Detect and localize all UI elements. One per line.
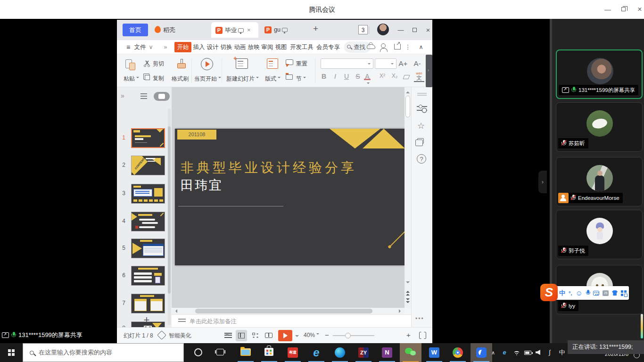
menu-devtools[interactable]: 开发工具 xyxy=(289,40,314,54)
superscript-button[interactable]: X² xyxy=(377,73,388,79)
sogou-punct-toggle[interactable]: °, xyxy=(569,290,572,296)
wps-doc-tab-2[interactable]: Pgu xyxy=(260,22,301,38)
participant-tile-sharer[interactable]: 131****1599的屏幕共享 xyxy=(556,49,643,99)
hamburger-icon[interactable]: ≡ xyxy=(124,40,132,54)
overflow-menus-icon[interactable]: » xyxy=(162,40,169,54)
menu-slideshow[interactable]: 放映 xyxy=(247,40,260,54)
cut-button[interactable]: 剪切 xyxy=(153,60,164,68)
taskbar-zy[interactable]: ZY xyxy=(353,343,374,362)
slide-thumbnail-6[interactable] xyxy=(131,266,165,286)
close-button[interactable]: × xyxy=(632,0,644,19)
tab-close-icon[interactable]: × xyxy=(247,22,251,38)
menu-transition[interactable]: 切换 xyxy=(220,40,233,54)
scroll-up-icon[interactable] xyxy=(406,90,410,93)
smart-beautify-button[interactable]: 智能美化 xyxy=(169,332,191,340)
wps-maximize-button[interactable] xyxy=(408,20,421,40)
taskbar-ie[interactable]: e xyxy=(305,343,327,362)
ribbon-scroll-strip[interactable]: › xyxy=(426,55,432,87)
bold-button[interactable]: B xyxy=(319,73,329,80)
help-icon[interactable]: ? xyxy=(417,154,426,164)
vscroll-thumb[interactable] xyxy=(405,96,410,117)
sogou-skin-number-icon[interactable]: 25 xyxy=(603,290,608,296)
notes-bar[interactable]: 单击此处添加备注 xyxy=(172,314,411,327)
sorter-view-button[interactable] xyxy=(250,330,261,341)
sidebar-collapse-handle[interactable]: › xyxy=(538,171,547,193)
menu-insert[interactable]: 插入 xyxy=(192,40,206,54)
strike-button[interactable]: S xyxy=(353,73,363,80)
slideshow-play-button[interactable] xyxy=(278,330,292,341)
wps-docer-tab[interactable]: 稻壳 xyxy=(151,24,206,36)
taskbar-store[interactable] xyxy=(258,343,280,362)
shrink-font-button[interactable]: A- xyxy=(412,59,422,67)
format-painter-button[interactable]: 格式刷 xyxy=(172,75,189,83)
scroll-right-icon[interactable] xyxy=(399,309,403,313)
sogou-voice-icon[interactable] xyxy=(586,290,590,296)
font-name-combo[interactable] xyxy=(321,58,373,69)
collapse-ribbon-icon[interactable]: ∧ xyxy=(418,40,424,54)
switch-windows-icon[interactable] xyxy=(417,138,424,144)
window-count-badge[interactable]: 3 xyxy=(358,25,368,34)
sogou-skin-icon[interactable] xyxy=(612,290,618,296)
taskbar-chrome[interactable] xyxy=(447,343,469,362)
restore-button[interactable] xyxy=(616,0,632,19)
wps-doc-tab-current[interactable]: P毕业× xyxy=(211,22,258,38)
expand-panel-icon[interactable]: » xyxy=(121,92,124,99)
fit-screen-icon[interactable] xyxy=(419,332,426,339)
play-options-caret[interactable] xyxy=(295,335,299,339)
tray-expand-icon[interactable]: ∧ xyxy=(488,343,498,362)
zoom-in-button[interactable]: + xyxy=(406,331,411,339)
task-view-button[interactable] xyxy=(210,343,232,362)
scroll-left-icon[interactable] xyxy=(173,309,177,313)
vertical-scrollbar[interactable] xyxy=(405,87,411,308)
italic-button[interactable]: I xyxy=(330,73,340,80)
wifi-icon[interactable] xyxy=(513,350,520,355)
rail-handle[interactable] xyxy=(417,93,427,94)
pinyin-guide-button[interactable]: wén文 xyxy=(414,72,424,82)
wps-home-tab[interactable]: 首页 xyxy=(123,24,148,36)
paste-button[interactable]: 粘贴 xyxy=(124,75,139,83)
menu-membership[interactable]: 会员专享 xyxy=(316,40,340,54)
scroll-down-icon[interactable] xyxy=(406,281,410,285)
play-current-button[interactable]: 当页开始 xyxy=(194,75,221,83)
slide-thumbnail-4[interactable] xyxy=(131,212,165,231)
horizontal-scrollbar[interactable] xyxy=(172,308,405,314)
add-slide-button[interactable]: + xyxy=(140,314,154,326)
volume-icon[interactable] xyxy=(536,350,540,355)
battery-icon[interactable] xyxy=(524,351,531,355)
wps-account-avatar[interactable] xyxy=(377,24,389,35)
taskbar-file-explorer[interactable] xyxy=(235,343,256,362)
thumbnail-view-toggle[interactable] xyxy=(154,92,170,101)
zoom-out-button[interactable]: − xyxy=(325,331,329,339)
zoom-knob[interactable] xyxy=(345,333,351,338)
copy-button[interactable]: 复制 xyxy=(153,74,164,82)
menu-design[interactable]: 设计 xyxy=(206,40,219,54)
zoom-slider[interactable] xyxy=(333,335,374,336)
taskbar-edge[interactable] xyxy=(329,343,351,362)
tray-edge-icon[interactable]: e xyxy=(500,343,509,362)
ink-pen-icon[interactable]: ∫ xyxy=(545,343,554,362)
underline-button[interactable]: U xyxy=(341,73,352,80)
clear-format-icon[interactable] xyxy=(403,75,410,79)
sogou-keyboard-icon[interactable] xyxy=(593,291,600,296)
reading-view-button[interactable] xyxy=(263,330,274,341)
font-size-combo[interactable] xyxy=(375,58,396,69)
file-menu[interactable]: 文件 xyxy=(133,40,147,54)
notes-toggle-icon[interactable] xyxy=(224,333,232,338)
subscript-button[interactable]: X₂ xyxy=(389,73,400,79)
cloud-sync-icon[interactable] xyxy=(367,44,375,49)
participant-tile[interactable]: 苏茹昕 xyxy=(556,102,643,152)
slide-thumbnail-1[interactable] xyxy=(131,128,165,148)
slide-thumbnail-2[interactable]: CONTENTS xyxy=(131,156,165,175)
layout-button[interactable]: 版式 xyxy=(265,75,281,83)
minimize-button[interactable]: — xyxy=(600,0,616,19)
outline-view-icon[interactable] xyxy=(140,93,147,99)
add-collaborator-icon[interactable] xyxy=(381,43,386,48)
properties-icon[interactable] xyxy=(417,105,427,112)
taskbar-onenote[interactable]: N xyxy=(376,343,398,362)
share-icon[interactable] xyxy=(394,44,401,49)
hscroll-thumb[interactable] xyxy=(195,309,372,313)
wps-close-button[interactable]: × xyxy=(421,20,432,40)
taskbar-search[interactable]: 在这里输入你要搜索的内容 xyxy=(23,343,184,362)
normal-view-button[interactable] xyxy=(236,330,247,341)
menu-review[interactable]: 审阅 xyxy=(261,40,274,54)
